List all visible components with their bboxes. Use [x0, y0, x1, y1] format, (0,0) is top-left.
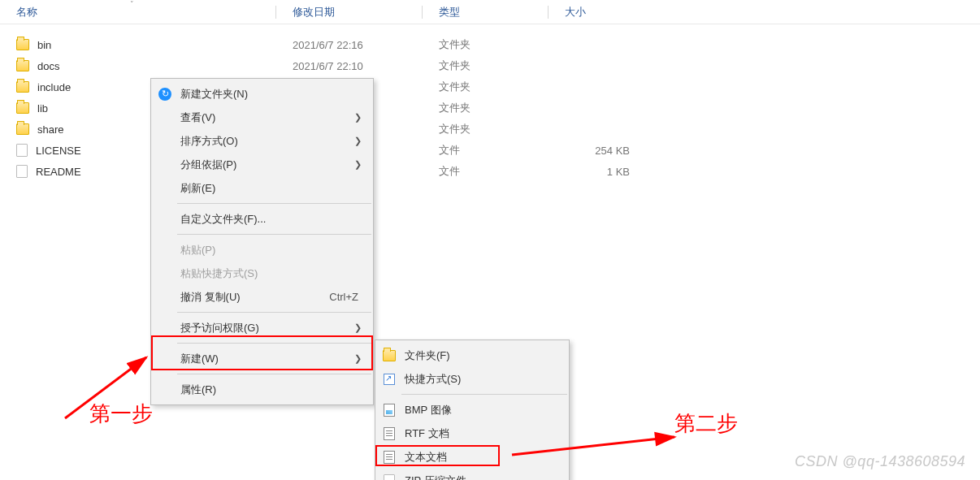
file-name-label: LICENSE — [36, 145, 81, 157]
file-type-cell: 文件夹 — [423, 37, 549, 52]
submenu-folder[interactable]: 文件夹(F) — [375, 344, 569, 367]
file-date-cell: 2021/6/7 22:16 — [276, 39, 423, 51]
menu-label: 文件夹(F) — [405, 348, 450, 363]
column-header-date-label: 修改日期 — [293, 6, 335, 18]
folder-icon — [382, 348, 397, 363]
column-header-type-label: 类型 — [439, 6, 460, 18]
svg-line-1 — [512, 437, 674, 455]
folder-icon — [16, 39, 29, 50]
submenu-shortcut[interactable]: 快捷方式(S) — [375, 367, 569, 391]
menu-customize-folder[interactable]: 自定义文件夹(F)... — [151, 207, 373, 231]
menu-sort[interactable]: 排序方式(O)❯ — [151, 129, 373, 153]
menu-paste: 粘贴(P) — [151, 238, 373, 262]
file-name-label: include — [37, 81, 71, 93]
menu-grant-access[interactable]: 授予访问权限(G)❯ — [151, 316, 373, 339]
file-size-cell: 254 KB — [549, 145, 646, 157]
watermark: CSDN @qq-1438608594 — [795, 453, 965, 470]
file-row[interactable]: bin2021/6/7 22:16文件夹 — [0, 34, 980, 55]
file-row[interactable]: LICENSE文件254 KB — [0, 140, 980, 161]
rtf-icon — [382, 426, 397, 441]
column-header-type[interactable]: 类型 — [423, 2, 549, 23]
file-type-cell: 文件夹 — [423, 122, 549, 136]
file-name-label: README — [36, 166, 81, 178]
file-type-cell: 文件夹 — [423, 80, 549, 94]
menu-paste-shortcut: 粘贴快捷方式(S) — [151, 262, 373, 285]
menu-separator — [177, 374, 371, 374]
column-header-name[interactable]: 名称˅ — [0, 2, 276, 23]
file-icon — [16, 165, 28, 178]
annotation-text-step1: 第一步 — [89, 400, 153, 428]
menu-label: 新建文件夹(N) — [180, 87, 248, 102]
menu-label: 排序方式(O) — [180, 134, 238, 149]
submenu-bmp[interactable]: BMP 图像 — [375, 398, 569, 422]
menu-label: 自定义文件夹(F)... — [180, 212, 266, 227]
menu-shortcut: Ctrl+Z — [329, 291, 365, 303]
bmp-icon — [382, 403, 397, 417]
menu-separator — [177, 203, 371, 204]
menu-label: 查看(V) — [180, 110, 215, 125]
menu-label: RTF 文档 — [405, 426, 449, 441]
file-row[interactable]: docs2021/6/7 22:10文件夹 — [0, 55, 980, 76]
chevron-right-icon: ❯ — [354, 136, 365, 146]
file-list-view: 名称˅ 修改日期 类型 大小 bin2021/6/7 22:16文件夹docs2… — [0, 0, 980, 182]
menu-label: 分组依据(P) — [180, 158, 236, 172]
file-row[interactable]: share文件夹 — [0, 119, 980, 140]
file-row[interactable]: README文件1 KB — [0, 161, 980, 182]
menu-label: 快捷方式(S) — [405, 372, 461, 387]
column-header-size-label: 大小 — [565, 6, 586, 18]
menu-label: 新建(W) — [180, 352, 219, 366]
chevron-right-icon: ❯ — [354, 159, 365, 170]
chevron-right-icon: ❯ — [354, 353, 365, 364]
context-menu: 新建文件夹(N) 查看(V)❯ 排序方式(O)❯ 分组依据(P)❯ 刷新(E) … — [150, 78, 374, 405]
menu-label: 文本文档 — [405, 450, 447, 465]
file-name-cell: docs — [0, 60, 276, 72]
folder-icon — [16, 123, 29, 135]
txt-icon — [382, 450, 397, 465]
menu-label: BMP 图像 — [405, 403, 452, 417]
column-header-date[interactable]: 修改日期 — [276, 2, 423, 23]
file-rows: bin2021/6/7 22:16文件夹docs2021/6/7 22:10文件… — [0, 24, 980, 182]
annotation-arrow-2 — [504, 422, 683, 463]
menu-view[interactable]: 查看(V)❯ — [151, 106, 373, 129]
file-row[interactable]: lib文件夹 — [0, 97, 980, 119]
menu-new-folder[interactable]: 新建文件夹(N) — [151, 82, 373, 106]
menu-new[interactable]: 新建(W)❯ — [151, 347, 373, 370]
menu-undo-copy[interactable]: 撤消 复制(U)Ctrl+Z — [151, 285, 373, 309]
file-type-cell: 文件 — [423, 164, 549, 179]
file-name-label: docs — [37, 60, 59, 72]
column-header-size[interactable]: 大小 — [549, 2, 646, 23]
menu-properties[interactable]: 属性(R) — [151, 378, 373, 401]
menu-separator — [177, 312, 371, 313]
column-header-name-label: 名称 — [16, 6, 37, 18]
file-size-cell: 1 KB — [549, 166, 646, 178]
file-icon — [382, 474, 397, 481]
chevron-right-icon: ❯ — [354, 322, 365, 333]
file-type-cell: 文件 — [423, 143, 549, 158]
folder-icon — [16, 60, 29, 71]
menu-label: 粘贴快捷方式(S) — [180, 266, 258, 281]
file-name-label: lib — [37, 102, 48, 115]
file-type-cell: 文件夹 — [423, 58, 549, 73]
menu-refresh[interactable]: 刷新(E) — [151, 176, 373, 200]
menu-label: 刷新(E) — [180, 181, 215, 196]
menu-label: 撤消 复制(U) — [180, 290, 241, 305]
shortcut-icon — [382, 372, 397, 387]
file-type-cell: 文件夹 — [423, 101, 549, 115]
menu-label: 授予访问权限(G) — [180, 321, 259, 335]
file-icon — [16, 144, 28, 157]
annotation-text-step2: 第二步 — [674, 409, 738, 438]
menu-separator — [177, 343, 371, 344]
column-headers: 名称˅ 修改日期 类型 大小 — [0, 0, 980, 24]
menu-separator — [177, 234, 371, 235]
menu-label: ZIP 压缩文件 — [405, 474, 466, 481]
chevron-right-icon: ❯ — [354, 112, 365, 123]
folder-icon — [16, 102, 29, 114]
file-name-cell: bin — [0, 39, 276, 51]
menu-separator — [401, 394, 567, 395]
menu-group[interactable]: 分组依据(P)❯ — [151, 153, 373, 176]
file-name-label: share — [37, 123, 64, 136]
file-name-label: bin — [37, 39, 51, 51]
file-date-cell: 2021/6/7 22:10 — [276, 60, 423, 72]
submenu-zip[interactable]: ZIP 压缩文件 — [375, 469, 569, 480]
file-row[interactable]: include文件夹 — [0, 76, 980, 97]
